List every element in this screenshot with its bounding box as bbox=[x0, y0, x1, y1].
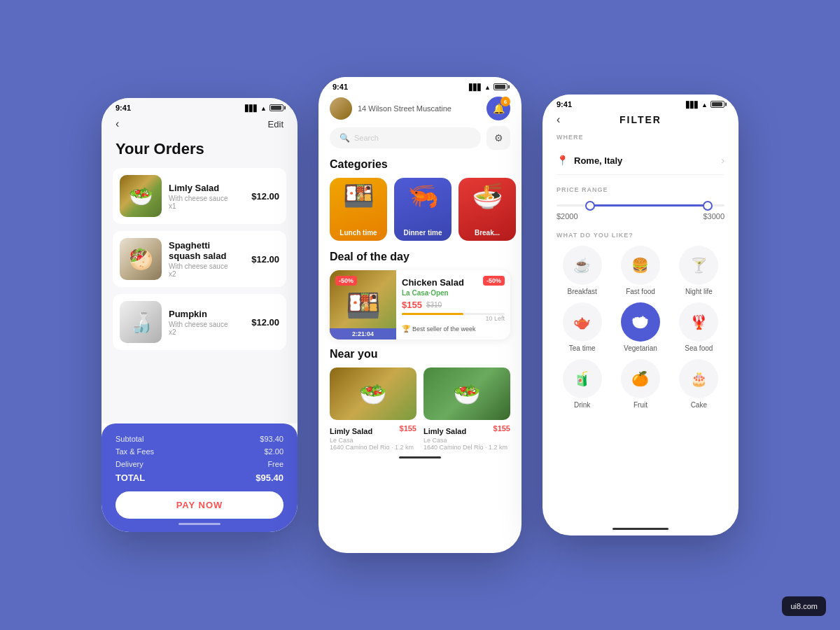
filter-header: ‹ FILTER bbox=[542, 111, 738, 134]
near-item-2[interactable]: Limly Salad $155 Le Casa 1640 Camino Del… bbox=[424, 368, 510, 451]
pref-name-nightlife: Night life bbox=[685, 288, 713, 295]
tax-row: Tax & Fees $2.00 bbox=[115, 447, 284, 456]
phone-home: 9:41 14 Wilson Street Muscatine 🔔 6 🔍 Se… bbox=[318, 77, 522, 553]
pref-vegetarian[interactable]: 🥗 Vegetarian bbox=[615, 302, 666, 352]
back-button-1[interactable]: ‹ bbox=[115, 118, 119, 130]
order-image-3 bbox=[120, 301, 162, 343]
near-grid: Limly Salad $155 Le Casa 1640 Camino Del… bbox=[330, 368, 510, 451]
category-lunch[interactable]: 🍱 Lunch time bbox=[330, 178, 387, 241]
price-slider[interactable] bbox=[556, 204, 724, 206]
order-name-1: Limly Salad bbox=[169, 183, 244, 193]
categories-row: 🍱 Lunch time 🦐 Dinner time 🍜 Break... bbox=[318, 178, 522, 241]
deal-price-old: $310 bbox=[426, 301, 442, 309]
order-image-1 bbox=[120, 175, 162, 217]
price-thumb-right[interactable] bbox=[703, 201, 713, 211]
user-avatar[interactable] bbox=[330, 97, 352, 120]
pref-seafood[interactable]: 🦞 Sea food bbox=[673, 302, 724, 352]
location-text: 14 Wilson Street Muscatine bbox=[358, 104, 486, 113]
pref-name-breakfast: Breakfast bbox=[568, 288, 597, 295]
fruit-icon: 🍊 bbox=[631, 370, 649, 387]
filter-back-button[interactable]: ‹ bbox=[556, 113, 560, 126]
near-shop-1: Le Casa bbox=[330, 437, 416, 444]
near-meta-1: 1640 Camino Del Rio · 1.2 km bbox=[330, 444, 416, 451]
price-max: $3000 bbox=[703, 212, 724, 220]
near-image-2 bbox=[424, 368, 510, 420]
order-item[interactable]: Spaghetti squash salad With cheese sauce… bbox=[113, 231, 286, 287]
status-icons-3 bbox=[686, 100, 724, 108]
deal-left: 10 Left bbox=[402, 315, 505, 322]
search-input-wrap[interactable]: 🔍 Search bbox=[330, 127, 481, 148]
order-name-2: Spaghetti squash salad bbox=[169, 240, 244, 261]
notification-button[interactable]: 🔔 6 bbox=[486, 97, 510, 120]
order-item[interactable]: Pumpkin With cheese sauce x2 $12.00 bbox=[113, 294, 286, 350]
pref-circle-seafood: 🦞 bbox=[679, 302, 718, 342]
pref-nightlife[interactable]: 🍸 Night life bbox=[673, 246, 724, 295]
orders-title: Your Orders bbox=[115, 140, 284, 158]
order-price-1: $12.00 bbox=[251, 191, 279, 202]
near-item-1[interactable]: Limly Salad $155 Le Casa 1640 Camino Del… bbox=[330, 368, 416, 451]
cake-icon: 🎂 bbox=[690, 370, 708, 387]
pref-fastfood[interactable]: 🍔 Fast food bbox=[615, 246, 666, 295]
category-breakfast[interactable]: 🍜 Break... bbox=[458, 178, 516, 241]
order-sub-3: With cheese sauce x2 bbox=[169, 321, 244, 336]
vegetarian-icon: 🥗 bbox=[631, 314, 649, 330]
watermark-text: ui8.com bbox=[790, 602, 818, 610]
deal-shop: La Casa·Open bbox=[402, 289, 464, 297]
deal-card[interactable]: -50% 2:21:04 Chicken Salad La Casa·Open … bbox=[330, 270, 510, 340]
order-info-2: Spaghetti squash salad With cheese sauce… bbox=[169, 240, 244, 278]
phone-orders: 9:41 ‹ Edit Your Orders Limly Salad With… bbox=[102, 98, 298, 532]
deal-badge: Best seller of the week bbox=[402, 325, 505, 332]
near-price-2: $155 bbox=[493, 424, 510, 433]
edit-button[interactable]: Edit bbox=[268, 119, 284, 130]
where-row[interactable]: 📍 Rome, Italy › bbox=[556, 146, 724, 175]
where-left: 📍 Rome, Italy bbox=[556, 155, 622, 166]
tax-value: $2.00 bbox=[264, 447, 284, 456]
pref-circle-vegetarian: 🥗 bbox=[621, 302, 660, 342]
subtotal-row: Subtotal $93.40 bbox=[115, 435, 284, 443]
total-row: TOTAL $95.40 bbox=[115, 472, 284, 483]
signal-icon-1 bbox=[245, 104, 258, 112]
pref-fruit[interactable]: 🍊 Fruit bbox=[615, 359, 666, 409]
pref-circle-teatime: 🫖 bbox=[563, 302, 602, 342]
pref-cake[interactable]: 🎂 Cake bbox=[673, 359, 724, 409]
pref-drink[interactable]: 🧃 Drink bbox=[556, 359, 608, 409]
pref-breakfast[interactable]: ☕ Breakfast bbox=[556, 246, 608, 295]
orders-title-wrap: Your Orders bbox=[102, 137, 298, 168]
order-item[interactable]: Limly Salad With cheese sauce x1 $12.00 bbox=[113, 168, 286, 224]
dinner-label: Dinner time bbox=[394, 226, 451, 241]
breakfast-icon: ☕ bbox=[573, 257, 591, 274]
deal-second-discount: -50% bbox=[483, 276, 505, 286]
price-thumb-left[interactable] bbox=[585, 201, 595, 211]
signal-icon-3 bbox=[686, 100, 699, 108]
home-indicator-1 bbox=[178, 523, 220, 525]
filter-title: FILTER bbox=[620, 114, 662, 125]
pref-circle-fruit: 🍊 bbox=[621, 359, 660, 398]
delivery-value: Free bbox=[267, 460, 284, 468]
order-image-2 bbox=[120, 238, 162, 280]
total-label: TOTAL bbox=[115, 472, 145, 483]
category-dinner[interactable]: 🦐 Dinner time bbox=[394, 178, 451, 241]
deal-name: Chicken Salad bbox=[402, 277, 464, 288]
status-bar-2: 9:41 bbox=[318, 77, 522, 94]
pref-label: WHAT DO YOU LIKE? bbox=[556, 232, 724, 239]
deal-timer: 2:21:04 bbox=[330, 328, 396, 340]
break-food-img: 🍜 bbox=[472, 181, 503, 211]
orders-header: ‹ Edit bbox=[102, 115, 298, 137]
filter-icon-button[interactable]: ⚙ bbox=[486, 126, 510, 150]
status-icons-2 bbox=[469, 83, 507, 91]
price-range-section: PRICE RANGE $2000 $3000 bbox=[556, 186, 724, 220]
deal-prices: $155 $310 bbox=[402, 300, 505, 310]
near-name-2: Limly Salad $155 bbox=[424, 424, 510, 437]
status-time-2: 9:41 bbox=[332, 83, 348, 91]
pref-teatime[interactable]: 🫖 Tea time bbox=[556, 302, 608, 352]
nightlife-icon: 🍸 bbox=[690, 257, 708, 274]
pref-circle-fastfood: 🍔 bbox=[621, 246, 660, 285]
status-time-3: 9:41 bbox=[556, 100, 572, 108]
pin-icon: 📍 bbox=[556, 155, 568, 166]
chevron-right-icon: › bbox=[721, 155, 724, 166]
deal-price-new: $155 bbox=[402, 300, 422, 310]
wifi-icon-2 bbox=[484, 83, 491, 91]
where-label: WHERE bbox=[556, 134, 724, 141]
pref-name-teatime: Tea time bbox=[569, 344, 596, 352]
pay-now-button[interactable]: PAY NOW bbox=[115, 491, 284, 519]
